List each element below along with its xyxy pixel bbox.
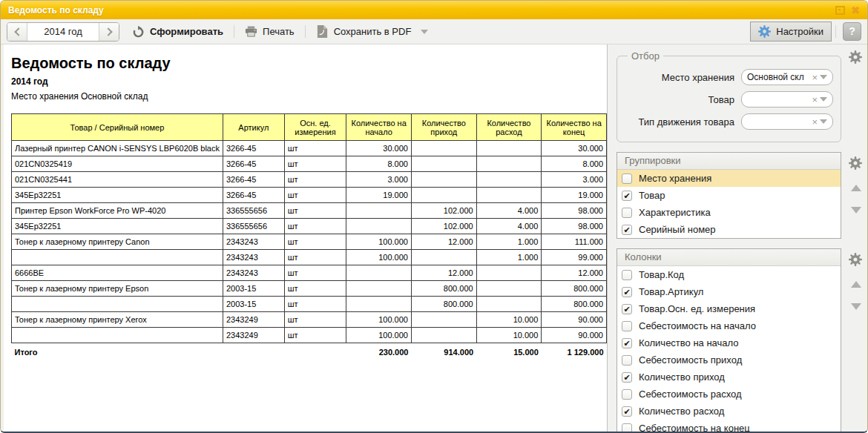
chevron-down-icon[interactable] — [820, 119, 827, 124]
table-row[interactable]: 2003-15шт800.000800.000 — [12, 297, 607, 312]
clear-icon[interactable]: × — [812, 117, 818, 127]
checkbox-label: Товар.Код — [639, 269, 684, 280]
move-down-icon[interactable] — [851, 303, 861, 310]
print-button-label: Печать — [263, 26, 295, 37]
checkbox-item[interactable]: ✔Количество расход — [617, 403, 841, 420]
chevron-down-icon[interactable] — [820, 97, 827, 102]
checkbox-item[interactable]: Себестоимость приход — [617, 351, 841, 368]
checkbox-unchecked-icon[interactable] — [622, 321, 632, 331]
toolbar-separator — [305, 25, 306, 38]
move-up-icon[interactable] — [851, 281, 861, 288]
table-cell: 2343243 — [223, 265, 284, 281]
table-cell: 4.000 — [476, 219, 542, 234]
combo-input[interactable]: Основной скл× — [741, 69, 833, 85]
combo-input[interactable]: × — [741, 91, 833, 108]
checkbox-item[interactable]: ✔Количество на начало — [617, 334, 841, 351]
checkbox-checked-icon[interactable]: ✔ — [622, 191, 632, 201]
gear-icon[interactable] — [849, 253, 862, 266]
table-row[interactable]: Принтер Epson WorkForce Pro WP-402033655… — [12, 203, 607, 219]
prev-period-button[interactable] — [7, 23, 27, 41]
clear-icon[interactable]: × — [812, 73, 818, 82]
checkbox-unchecked-icon[interactable] — [622, 423, 632, 433]
checkbox-checked-icon[interactable]: ✔ — [622, 304, 632, 314]
checkbox-unchecked-icon[interactable] — [622, 389, 632, 400]
checkbox-unchecked-icon[interactable] — [622, 355, 632, 366]
checkbox-item[interactable]: ✔Товар.Артикул — [617, 283, 841, 300]
column-header: Осн. ед. измерения — [284, 114, 346, 141]
checkbox-checked-icon[interactable]: ✔ — [622, 225, 632, 235]
move-down-icon[interactable] — [851, 207, 861, 214]
table-row[interactable]: Лазерный принтер CANON i-SENSYS LBP6020B… — [12, 141, 607, 156]
table-row[interactable]: 345Ep32251336555656шт102.0004.00098.000 — [12, 219, 607, 234]
checkbox-unchecked-icon[interactable] — [622, 208, 632, 218]
checkbox-checked-icon[interactable]: ✔ — [622, 338, 632, 348]
chevron-right-icon — [104, 27, 112, 36]
checkbox-item[interactable]: Себестоимость на конец — [617, 420, 841, 432]
table-cell — [476, 141, 542, 156]
table-row[interactable]: Тонер к лазерному принтеру Epson2003-15ш… — [12, 281, 607, 297]
clear-icon[interactable]: × — [812, 95, 818, 105]
total-label: Итого — [12, 343, 346, 359]
table-row[interactable]: 021CN03254193266-45шт8.0008.000 — [12, 156, 607, 172]
table-row[interactable]: Тонер к лазерному принтеру Xerox2343249ш… — [12, 312, 607, 328]
table-cell: 90.000 — [542, 312, 607, 328]
table-cell: 2343249 — [223, 312, 284, 328]
filter-field-row: Тип движения товара× — [625, 113, 833, 130]
combo-input[interactable]: × — [741, 113, 833, 130]
gear-icon[interactable] — [849, 50, 862, 64]
gear-icon[interactable] — [849, 156, 862, 170]
checkbox-item[interactable]: Характеристика — [617, 204, 841, 221]
table-cell: 3266-45 — [223, 188, 284, 203]
table-cell — [476, 156, 542, 172]
checkbox-checked-icon[interactable]: ✔ — [622, 372, 632, 383]
checkbox-unchecked-icon[interactable] — [622, 173, 632, 184]
checkbox-item[interactable]: Место хранения — [617, 170, 841, 187]
checkbox-item[interactable]: ✔Товар — [617, 187, 841, 204]
checkbox-label: Место хранения — [639, 173, 711, 184]
period-selector: 2014 год — [7, 22, 119, 42]
total-qty-in: 914.000 — [411, 343, 476, 359]
checkbox-unchecked-icon[interactable] — [622, 270, 632, 280]
checkbox-item[interactable]: Себестоимость на начало — [617, 317, 841, 334]
table-row[interactable]: 021CN03254413266-45шт3.0003.000 — [12, 172, 607, 188]
table-cell: шт — [284, 297, 346, 312]
table-cell: 800.000 — [542, 297, 607, 312]
settings-button[interactable]: Настройки — [750, 22, 832, 42]
total-qty-start: 230.000 — [346, 343, 412, 359]
checkbox-label: Себестоимость расход — [639, 389, 742, 400]
table-cell: 021CN0325441 — [12, 172, 223, 188]
checkbox-checked-icon[interactable]: ✔ — [622, 406, 632, 417]
table-cell — [411, 250, 476, 265]
table-cell: 30.000 — [542, 141, 607, 156]
table-row[interactable]: 6666BE2343243шт12.00012.000 — [12, 265, 607, 281]
chevron-down-icon[interactable] — [820, 75, 827, 79]
checkbox-item[interactable]: ✔Товар.Осн. ед. измерения — [617, 300, 841, 317]
checkbox-checked-icon[interactable]: ✔ — [622, 287, 632, 297]
table-row[interactable]: Тонер к лазерному принтеру Canon2343243ш… — [12, 234, 607, 250]
checkbox-item[interactable]: ✔Количество приход — [617, 368, 841, 386]
checkbox-label: Количество на начало — [639, 337, 739, 348]
table-row[interactable]: 2343249шт100.00010.00090.000 — [12, 328, 607, 343]
print-button[interactable]: Печать — [238, 22, 301, 42]
help-button[interactable]: ? — [843, 22, 861, 41]
checkbox-item[interactable]: Себестоимость расход — [617, 386, 841, 403]
next-period-button[interactable] — [99, 23, 119, 41]
checkbox-item[interactable]: Товар.Код — [617, 266, 841, 283]
checkbox-label: Товар.Артикул — [639, 286, 703, 297]
save-pdf-button[interactable]: Сохранить в PDF — [309, 22, 418, 42]
save-pdf-dropdown-icon[interactable] — [421, 30, 428, 34]
filter-field-row: Товар× — [625, 91, 833, 108]
checkbox-item[interactable]: ✔Серийный номер — [617, 221, 841, 238]
restore-window-icon[interactable] — [835, 6, 845, 15]
table-row[interactable]: 345Ep322513266-45шт19.00019.000 — [12, 188, 607, 203]
table-row[interactable]: 2343243шт100.0001.00099.000 — [12, 250, 607, 265]
settings-panel: Отбор Место храненияОсновной скл×Товар×Т… — [608, 44, 867, 432]
settings-button-label: Настройки — [776, 26, 823, 37]
move-up-icon[interactable] — [851, 185, 861, 191]
period-value[interactable]: 2014 год — [27, 23, 99, 41]
table-cell: шт — [284, 156, 346, 172]
filter-section: Отбор Место храненияОсновной скл×Товар×Т… — [617, 50, 867, 142]
table-total-row: Итого 230.000 914.000 15.000 1 129.000 — [12, 343, 607, 359]
generate-button[interactable]: Сформировать — [125, 22, 230, 42]
close-window-icon[interactable]: ✖ — [851, 5, 860, 16]
